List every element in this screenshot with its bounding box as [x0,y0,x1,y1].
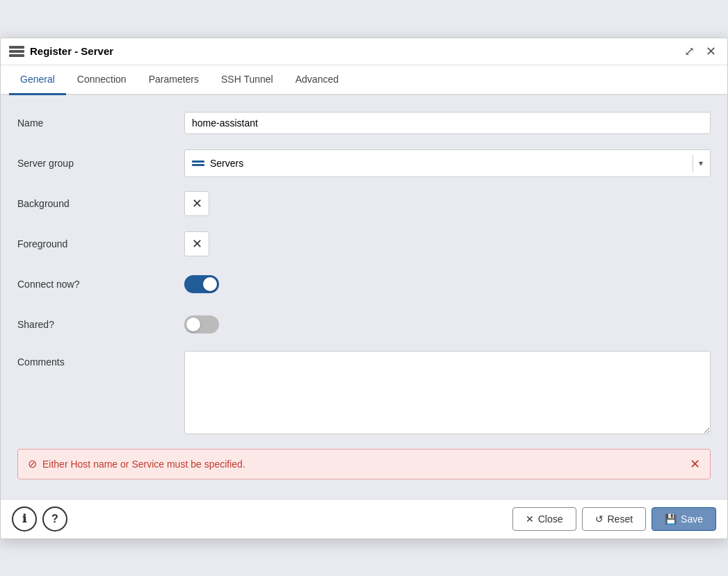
foreground-label: Foreground [17,238,184,249]
server-group-row: Server group Servers ▾ [17,149,711,177]
save-icon: 💾 [665,513,677,525]
footer: ℹ ? ✕ Close ↺ Reset 💾 Save [1,499,727,538]
title-bar-left: Register - Server [9,45,113,57]
foreground-control: ✕ [184,231,711,256]
close-label: Close [538,513,563,525]
error-banner-left: ⊘ Either Host name or Service must be sp… [28,457,245,470]
help-icon: ? [51,513,58,525]
error-banner: ⊘ Either Host name or Service must be sp… [17,449,711,479]
tab-connection[interactable]: Connection [66,65,138,95]
shared-row: Shared? [17,311,711,338]
foreground-row: Foreground ✕ [17,230,711,258]
reset-button[interactable]: ↺ Reset [582,507,647,531]
connect-now-control [184,275,711,293]
sg-line2 [192,164,204,166]
background-control: ✕ [184,191,711,216]
background-color-button[interactable]: ✕ [184,191,209,216]
help-button[interactable]: ? [42,507,67,532]
maximize-button[interactable]: ⤢ [681,44,697,59]
info-icon: ℹ [22,512,26,525]
connect-now-label: Connect now? [17,279,184,290]
close-icon: ✕ [526,513,534,525]
comments-control [184,351,711,436]
shared-control [184,315,711,334]
server-icon-line1 [9,46,24,49]
info-button[interactable]: ℹ [12,507,37,532]
tab-ssh-tunnel[interactable]: SSH Tunnel [210,65,284,95]
connect-now-thumb [203,277,217,291]
server-icon [9,46,24,57]
server-group-left: Servers [192,158,243,169]
error-icon: ⊘ [28,457,37,470]
server-group-dropdown[interactable]: Servers ▾ [184,149,711,177]
name-row: Name [17,109,711,137]
save-button[interactable]: 💾 Save [652,507,716,531]
server-group-right: ▾ [690,155,703,172]
server-group-icon [192,161,204,166]
connect-now-toggle-wrap [184,275,711,293]
sg-line1 [192,161,204,163]
close-button[interactable]: ✕ Close [512,507,576,531]
reset-icon: ↺ [595,513,604,525]
error-close-button[interactable]: ✕ [690,456,700,472]
name-label: Name [17,117,184,129]
tab-general[interactable]: General [9,65,66,95]
comments-label: Comments [17,351,184,368]
name-input[interactable] [184,112,711,134]
server-group-label: Server group [17,158,184,169]
dialog-title: Register - Server [30,45,113,57]
background-row: Background ✕ [17,190,711,217]
foreground-color-button[interactable]: ✕ [184,231,209,256]
chevron-down-icon: ▾ [699,158,703,168]
server-icon-line2 [9,50,24,53]
error-message: Either Host name or Service must be spec… [42,459,245,470]
divider [693,155,693,172]
shared-thumb [186,318,200,331]
close-window-button[interactable]: ✕ [703,44,719,59]
shared-toggle[interactable] [184,315,219,334]
form-area: Name Server group Servers [1,95,727,499]
title-bar-right: ⤢ ✕ [681,44,719,59]
connect-now-toggle[interactable] [184,275,219,293]
connect-now-row: Connect now? [17,270,711,298]
footer-left: ℹ ? [12,507,67,532]
title-bar: Register - Server ⤢ ✕ [1,38,727,65]
tab-bar: General Connection Parameters SSH Tunnel… [1,65,727,95]
server-group-control: Servers ▾ [184,149,711,177]
reset-label: Reset [608,513,633,525]
comments-textarea[interactable] [184,351,711,434]
background-label: Background [17,198,184,209]
name-control [184,112,711,134]
comments-row: Comments [17,351,711,436]
shared-label: Shared? [17,319,184,330]
shared-toggle-wrap [184,315,711,334]
tab-parameters[interactable]: Parameters [138,65,210,95]
server-icon-line3 [9,54,24,57]
server-group-value: Servers [210,158,243,169]
tab-advanced[interactable]: Advanced [284,65,350,95]
save-label: Save [681,513,703,525]
register-server-dialog: Register - Server ⤢ ✕ General Connection… [0,38,728,539]
footer-right: ✕ Close ↺ Reset 💾 Save [512,507,716,531]
